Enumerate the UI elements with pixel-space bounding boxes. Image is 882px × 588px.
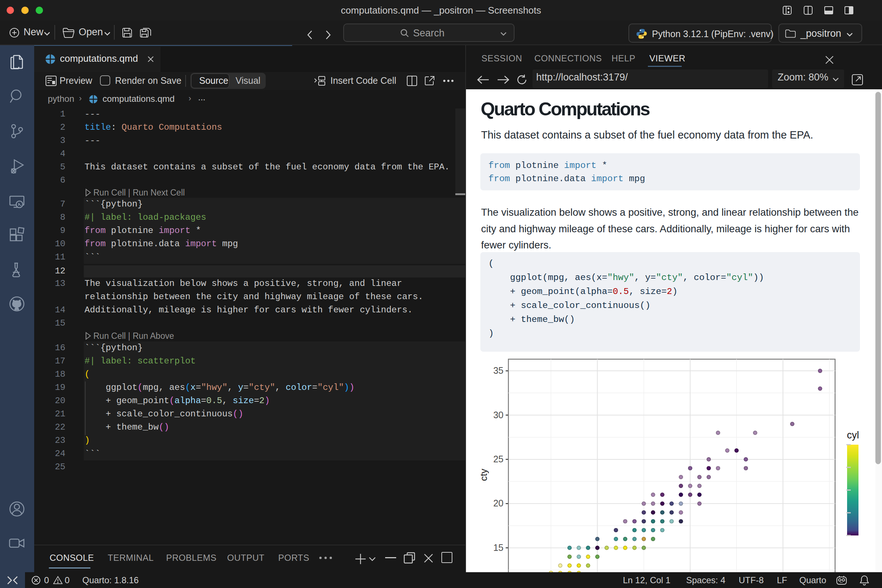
svg-text:cty: cty [478,469,489,481]
svg-text:cyl: cyl [847,430,859,441]
svg-text:25: 25 [493,454,504,464]
svg-text:30: 30 [493,410,504,420]
svg-text:20: 20 [493,498,504,508]
svg-text:15: 15 [493,542,504,553]
svg-text:35: 35 [493,365,504,376]
